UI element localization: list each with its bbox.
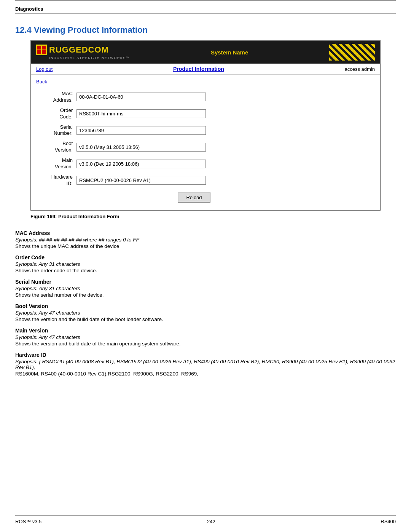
doc-field-title: Main Version [15,328,396,334]
form-field-input[interactable] [76,176,206,185]
logo-main: RUGGEDCOM [36,45,109,55]
doc-synopsis: Synopsis: Any 31 characters [15,286,396,291]
reload-row: Reload [42,192,369,203]
form-field-input[interactable] [76,109,206,118]
svg-rect-1 [37,46,41,50]
header-stripe [329,44,375,61]
doc-field-title: Serial Number [15,279,396,285]
footer-center: 242 [207,519,215,524]
form-field-label: MAC Address: [42,91,76,104]
product-info-form: MAC Address:Order Code:Serial Number:Boo… [31,87,380,210]
app-header: RUGGEDCOM INDUSTRIAL STRENGTH NETWORKS™ … [31,41,380,64]
logo-text: RUGGEDCOM [49,45,109,55]
app-nav: Log out Product Information access admin [31,64,380,75]
doc-description: Shows the unique MAC address of the devi… [15,243,396,249]
doc-field-title: Hardware ID [15,352,396,358]
form-row: Serial Number: [42,124,369,137]
form-field-input[interactable] [76,160,206,168]
doc-description: Shows the version and build date of the … [15,341,396,347]
doc-description: Shows the order code of the device. [15,268,396,273]
svg-rect-2 [42,46,46,50]
form-row: Main Version: [42,157,369,170]
doc-field-title: MAC Address [15,230,396,236]
reload-button[interactable]: Reload [178,192,210,203]
doc-synopsis: Synopsis: Any 47 characters [15,310,396,316]
form-field-input[interactable] [76,143,206,152]
form-field-input[interactable] [76,93,206,101]
app-screenshot: RUGGEDCOM INDUSTRIAL STRENGTH NETWORKS™ … [30,40,381,211]
doc-description: Shows the version and the build date of … [15,316,396,322]
doc-field-title: Order Code [15,254,396,260]
doc-synopsis: Synopsis: { RSMCPU (40-00-0008 Rev B1), … [15,359,396,370]
doc-description: RS1600M, RS400 (40-00-0010 Rev C1),RSG21… [15,371,396,377]
form-row: MAC Address: [42,91,369,104]
form-field-label: Main Version: [42,157,76,170]
form-field-input[interactable] [76,126,206,135]
svg-rect-3 [37,50,41,54]
back-link[interactable]: Back [36,79,47,85]
form-field-label: Boot Version: [42,141,76,153]
doc-synopsis: Synopsis: Any 47 characters [15,334,396,340]
back-area: Back [31,75,380,87]
form-field-label: Hardware ID: [42,174,76,187]
system-name: System Name [211,49,248,56]
doc-field-title: Boot Version [15,303,396,309]
footer-right: RS400 [381,519,396,524]
doc-synopsis: Synopsis: Any 31 characters [15,261,396,267]
logo-sub: INDUSTRIAL STRENGTH NETWORKS™ [49,56,130,60]
form-row: Hardware ID: [42,174,369,187]
svg-rect-4 [42,50,46,54]
page-title-nav[interactable]: Product Information [173,66,224,72]
doc-description: Shows the serial number of the device. [15,292,396,298]
access-label: access admin [345,66,375,72]
logout-link[interactable]: Log out [36,66,53,72]
form-field-label: Order Code: [42,107,76,120]
logo-area: RUGGEDCOM INDUSTRIAL STRENGTH NETWORKS™ [36,45,130,60]
figure-caption: Figure 169: Product Information Form [0,211,411,222]
page-footer: ROS™ v3.5 242 RS400 [15,515,396,524]
documentation-section: MAC AddressSynopsis: ##-##-##-##-##-## w… [0,222,411,379]
section-heading: 12.4 Viewing Product Information [0,21,411,40]
diagnostics-label: Diagnostics [0,3,411,13]
form-field-label: Serial Number: [42,124,76,137]
form-row: Order Code: [42,107,369,120]
form-row: Boot Version: [42,141,369,153]
doc-synopsis: Synopsis: ##-##-##-##-##-## where ## ran… [15,237,396,243]
logo-icon [36,45,47,55]
footer-left: ROS™ v3.5 [15,519,41,524]
